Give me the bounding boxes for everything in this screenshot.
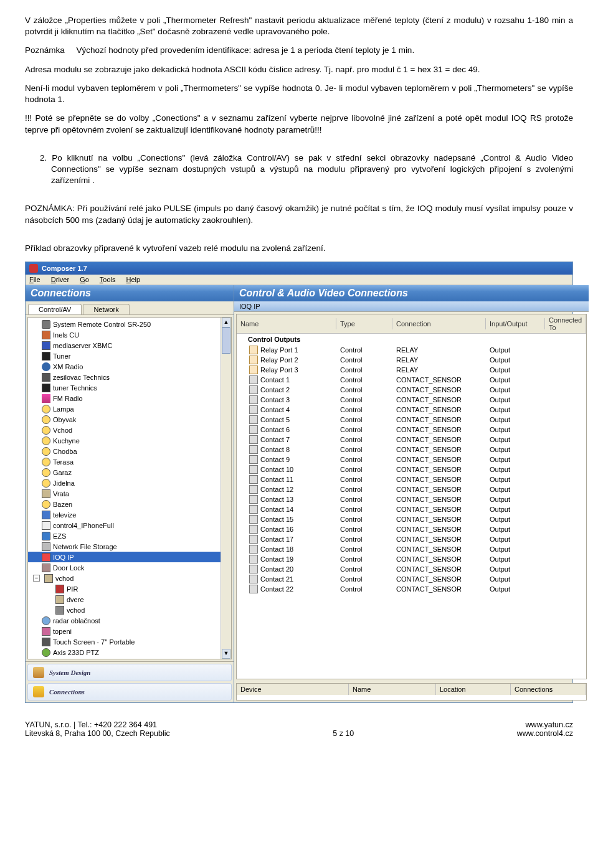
scroll-down-icon[interactable]: ▼ bbox=[222, 649, 230, 659]
tree-item[interactable]: Network File Storage bbox=[28, 541, 231, 552]
menu-tools[interactable]: Tools bbox=[100, 276, 116, 283]
col-connection[interactable]: Connection bbox=[392, 318, 486, 329]
grid-row[interactable]: Contact 19ControlCONTACT_SENSOROutput bbox=[237, 554, 586, 564]
tree-item[interactable]: topeni bbox=[28, 626, 231, 636]
tree-item[interactable]: dvere bbox=[28, 594, 231, 605]
tree-item[interactable]: PIR bbox=[28, 583, 231, 594]
tab-network[interactable]: Network bbox=[83, 304, 129, 314]
tree-item[interactable]: XM Radio bbox=[28, 361, 231, 372]
tree-item[interactable]: Vrata bbox=[28, 488, 231, 499]
tree-item[interactable]: Touch Screen - 7'' Portable bbox=[28, 636, 231, 647]
tree-item[interactable]: tuner Technics bbox=[28, 382, 231, 393]
grid-row[interactable]: Contact 5ControlCONTACT_SENSOROutput bbox=[237, 415, 586, 425]
tree-item[interactable]: control4_IPhoneFull bbox=[28, 520, 231, 531]
cell-connected-to bbox=[545, 419, 586, 420]
tree-item[interactable]: System Remote Control SR-250 bbox=[28, 319, 231, 329]
tree-item[interactable]: Chodba bbox=[28, 446, 231, 456]
cell-type: Control bbox=[336, 356, 392, 364]
grid-row[interactable]: Relay Port 2ControlRELAYOutput bbox=[237, 355, 586, 365]
empty-row bbox=[237, 695, 586, 700]
light-icon bbox=[42, 415, 50, 424]
cell-connected-to bbox=[545, 578, 586, 580]
grid-row[interactable]: Contact 13ControlCONTACT_SENSOROutput bbox=[237, 494, 586, 504]
collapse-icon[interactable]: − bbox=[33, 575, 40, 582]
tree-item[interactable]: Jidelna bbox=[28, 478, 231, 488]
menu-help[interactable]: Help bbox=[126, 276, 141, 283]
heat-icon bbox=[42, 627, 50, 636]
nav-system-design[interactable]: System Design bbox=[27, 664, 232, 681]
col-connected-to[interactable]: Connected To bbox=[545, 314, 586, 333]
tree-item[interactable]: Garaz bbox=[28, 467, 231, 478]
tree-item[interactable]: radar oblačnost bbox=[28, 615, 231, 626]
menu-driver[interactable]: Driver bbox=[51, 276, 69, 283]
col-location[interactable]: Location bbox=[436, 684, 511, 695]
grid-row[interactable]: Contact 21ControlCONTACT_SENSOROutput bbox=[237, 574, 586, 584]
tree-item[interactable]: −vchod bbox=[28, 573, 231, 583]
grid-row[interactable]: Contact 11ControlCONTACT_SENSOROutput bbox=[237, 474, 586, 484]
tree-item[interactable]: FM Radio bbox=[28, 393, 231, 403]
col-device[interactable]: Device bbox=[237, 684, 349, 695]
tree-item[interactable]: mediaserver XBMC bbox=[28, 340, 231, 351]
tree-item[interactable]: Axis 233D PTZ bbox=[28, 647, 231, 658]
grid-row[interactable]: Contact 17ControlCONTACT_SENSOROutput bbox=[237, 534, 586, 544]
tree-item[interactable]: EZS bbox=[28, 531, 231, 541]
tree-item[interactable]: Obyvak bbox=[28, 414, 231, 425]
menu-file[interactable]: File bbox=[29, 276, 40, 283]
nav-connections[interactable]: Connections bbox=[27, 683, 232, 701]
col-name[interactable]: Name bbox=[349, 684, 436, 695]
bottom-grid[interactable]: Device Name Location Connections bbox=[236, 683, 587, 701]
col-connections[interactable]: Connections bbox=[511, 684, 586, 695]
grid-row[interactable]: Contact 14ControlCONTACT_SENSOROutput bbox=[237, 504, 586, 514]
tree-item[interactable]: televize bbox=[28, 509, 231, 520]
connections-grid[interactable]: Name Type Connection Input/Output Connec… bbox=[236, 314, 587, 679]
menu-go[interactable]: Go bbox=[80, 276, 89, 283]
grid-row[interactable]: Contact 4ControlCONTACT_SENSOROutput bbox=[237, 405, 586, 415]
cell-name: Contact 8 bbox=[260, 446, 290, 453]
contact-icon bbox=[249, 455, 258, 464]
tree-item[interactable]: Terasa bbox=[28, 456, 231, 467]
grid-row[interactable]: Contact 15ControlCONTACT_SENSOROutput bbox=[237, 514, 586, 524]
grid-row[interactable]: Contact 16ControlCONTACT_SENSOROutput bbox=[237, 524, 586, 534]
grid-row[interactable]: Contact 9ControlCONTACT_SENSOROutput bbox=[237, 455, 586, 465]
grid-row[interactable]: Contact 2ControlCONTACT_SENSOROutput bbox=[237, 385, 586, 395]
col-name[interactable]: Name bbox=[237, 318, 336, 329]
grid-row[interactable]: Contact 18ControlCONTACT_SENSOROutput bbox=[237, 544, 586, 554]
scroll-up-icon[interactable]: ▲ bbox=[222, 318, 230, 328]
tree-item[interactable]: Inels CU bbox=[28, 329, 231, 340]
grid-row[interactable]: Relay Port 1ControlRELAYOutput bbox=[237, 345, 586, 355]
contact-icon bbox=[249, 545, 258, 554]
device-tree[interactable]: System Remote Control SR-250Inels CUmedi… bbox=[27, 317, 232, 659]
cell-type: Control bbox=[336, 395, 392, 404]
tree-scrollbar[interactable]: ▲ ▼ bbox=[221, 318, 231, 659]
cell-name: Contact 18 bbox=[260, 545, 293, 553]
tree-item[interactable]: vchod bbox=[28, 605, 231, 615]
grid-row[interactable]: Contact 3ControlCONTACT_SENSOROutput bbox=[237, 395, 586, 405]
tree-item[interactable]: zesilovac Technics bbox=[28, 372, 231, 382]
grid-row[interactable]: Contact 12ControlCONTACT_SENSOROutput bbox=[237, 484, 586, 494]
tree-item[interactable]: Door Lock bbox=[28, 562, 231, 573]
tab-control-av[interactable]: Control/AV bbox=[28, 304, 82, 314]
grid-row[interactable]: Contact 20ControlCONTACT_SENSOROutput bbox=[237, 564, 586, 574]
grid-row[interactable]: Contact 7ControlCONTACT_SENSOROutput bbox=[237, 435, 586, 445]
tree-item[interactable]: Tuner bbox=[28, 351, 231, 361]
cell-name: Contact 10 bbox=[260, 466, 293, 473]
grid-row[interactable]: Contact 8ControlCONTACT_SENSOROutput bbox=[237, 445, 586, 455]
relay-icon bbox=[249, 356, 258, 364]
tree-item[interactable]: Bazen bbox=[28, 499, 231, 509]
grid-row[interactable]: Relay Port 3ControlRELAYOutput bbox=[237, 365, 586, 375]
cu-icon bbox=[42, 331, 50, 339]
contact-icon bbox=[249, 405, 258, 414]
tree-item[interactable]: Lampa bbox=[28, 403, 231, 414]
light-icon bbox=[42, 426, 50, 435]
grid-row[interactable]: Contact 22ControlCONTACT_SENSOROutput bbox=[237, 584, 586, 594]
scroll-thumb[interactable] bbox=[222, 328, 230, 354]
tree-item[interactable]: IOQ IP bbox=[28, 552, 231, 562]
tree-item[interactable]: Kuchyne bbox=[28, 435, 231, 446]
cell-name: Contact 17 bbox=[260, 535, 293, 543]
grid-row[interactable]: Contact 1ControlCONTACT_SENSOROutput bbox=[237, 375, 586, 385]
grid-row[interactable]: Contact 6ControlCONTACT_SENSOROutput bbox=[237, 425, 586, 435]
col-io[interactable]: Input/Output bbox=[486, 318, 545, 329]
tree-item[interactable]: Vchod bbox=[28, 425, 231, 435]
col-type[interactable]: Type bbox=[336, 318, 392, 329]
grid-row[interactable]: Contact 10ControlCONTACT_SENSOROutput bbox=[237, 465, 586, 474]
